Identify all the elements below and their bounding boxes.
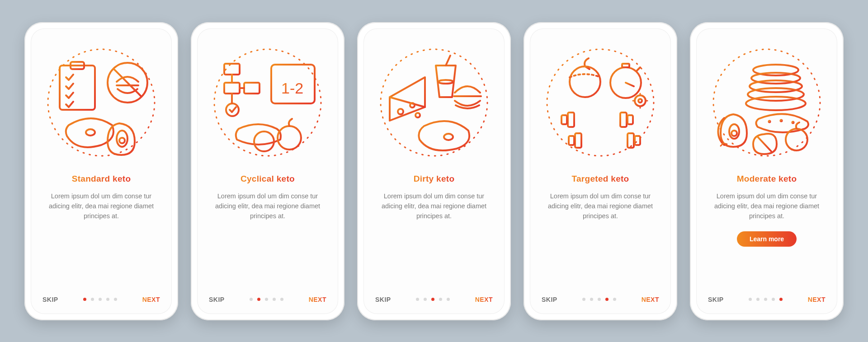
page-dot[interactable] <box>99 298 102 301</box>
skip-button[interactable]: SKIP <box>209 296 225 303</box>
targeted-keto-illustration <box>542 44 659 161</box>
page-dot[interactable] <box>106 298 109 301</box>
svg-point-63 <box>786 129 807 150</box>
page-dot-active[interactable] <box>605 298 609 301</box>
next-button[interactable]: NEXT <box>642 296 659 303</box>
screen-title: Targeted keto <box>571 174 629 184</box>
skip-button[interactable]: SKIP <box>375 296 391 303</box>
svg-rect-44 <box>561 115 567 124</box>
svg-point-57 <box>746 97 806 110</box>
svg-rect-14 <box>224 83 240 94</box>
skip-button[interactable]: SKIP <box>42 296 58 303</box>
svg-rect-15 <box>244 83 259 94</box>
screen-description: Lorem ipsum dol um dim conse tur adicing… <box>377 191 491 221</box>
page-dot[interactable] <box>598 298 601 301</box>
skip-button[interactable]: SKIP <box>708 296 724 303</box>
onboarding-screen: 1-2 Cyclical ketoLorem ipsum dol um dim … <box>197 28 338 314</box>
onboarding-footer: SKIPNEXT <box>209 296 326 303</box>
onboarding-screen: Standard ketoLorem ipsum dol um dim cons… <box>31 28 172 314</box>
phone-mockup-3: Targeted ketoLorem ipsum dol um dim cons… <box>524 22 677 320</box>
page-dot[interactable] <box>416 298 419 301</box>
svg-point-32 <box>444 134 453 140</box>
page-dot[interactable] <box>250 298 253 301</box>
svg-rect-49 <box>569 136 574 145</box>
moderate-keto-illustration <box>708 44 826 161</box>
page-dot[interactable] <box>114 298 117 301</box>
next-button[interactable]: NEXT <box>808 296 826 303</box>
svg-point-29 <box>398 109 403 114</box>
svg-point-61 <box>780 120 782 122</box>
svg-point-59 <box>731 131 737 136</box>
page-dot[interactable] <box>764 298 767 301</box>
svg-line-37 <box>626 83 634 86</box>
svg-point-41 <box>638 99 642 103</box>
page-dot-active[interactable] <box>83 298 86 301</box>
page-indicator <box>250 298 283 301</box>
svg-point-30 <box>410 103 415 108</box>
onboarding-screen: Targeted ketoLorem ipsum dol um dim cons… <box>530 28 671 314</box>
next-button[interactable]: NEXT <box>475 296 493 303</box>
svg-point-40 <box>635 95 646 106</box>
page-dot-active[interactable] <box>779 298 783 301</box>
svg-rect-46 <box>627 115 633 124</box>
screen-title: Cyclical keto <box>241 174 295 184</box>
page-dot-active[interactable] <box>431 298 434 301</box>
page-dot-active[interactable] <box>257 298 260 301</box>
screen-title: Standard keto <box>72 174 131 184</box>
screen-title: Moderate keto <box>737 174 797 184</box>
next-button[interactable]: NEXT <box>142 296 160 303</box>
screen-description: Lorem ipsum dol um dim conse tur adicing… <box>211 191 324 221</box>
svg-rect-38 <box>622 64 629 67</box>
page-dot[interactable] <box>265 298 268 301</box>
phone-mockup-1: 1-2 Cyclical ketoLorem ipsum dol um dim … <box>191 22 344 320</box>
page-dot[interactable] <box>91 298 94 301</box>
svg-text:1-2: 1-2 <box>281 80 303 97</box>
page-dot[interactable] <box>439 298 442 301</box>
svg-rect-51 <box>635 136 640 145</box>
svg-line-39 <box>637 67 640 71</box>
onboarding-footer: SKIPNEXT <box>708 296 826 303</box>
screen-title: Dirty keto <box>414 174 455 184</box>
svg-point-26 <box>381 49 487 156</box>
phone-mockup-row: Standard ketoLorem ipsum dol um dim cons… <box>24 22 844 320</box>
page-dot[interactable] <box>756 298 760 301</box>
page-dot[interactable] <box>273 298 276 301</box>
next-button[interactable]: NEXT <box>309 296 326 303</box>
screen-description: Lorem ipsum dol um dim conse tur adicing… <box>544 191 657 221</box>
svg-point-16 <box>226 103 239 116</box>
cyclical-keto-illustration: 1-2 <box>209 44 326 161</box>
page-dot[interactable] <box>749 298 752 301</box>
phone-mockup-2: Dirty ketoLorem ipsum dol um dim conse t… <box>357 22 511 320</box>
page-dot[interactable] <box>613 298 616 301</box>
page-dot[interactable] <box>280 298 283 301</box>
svg-point-34 <box>570 66 600 97</box>
onboarding-screen: Moderate ketoLorem ipsum dol um dim cons… <box>696 28 837 314</box>
svg-line-27 <box>446 56 450 66</box>
svg-point-31 <box>415 113 420 117</box>
svg-point-62 <box>792 122 794 123</box>
onboarding-footer: SKIPNEXT <box>375 296 493 303</box>
phone-mockup-0: Standard ketoLorem ipsum dol um dim cons… <box>24 22 178 320</box>
page-dot[interactable] <box>424 298 427 301</box>
dirty-keto-illustration <box>375 44 493 161</box>
onboarding-footer: SKIPNEXT <box>542 296 659 303</box>
onboarding-footer: SKIPNEXT <box>42 296 160 303</box>
skip-button[interactable]: SKIP <box>542 296 557 303</box>
onboarding-screen: Dirty ketoLorem ipsum dol um dim conse t… <box>363 28 505 314</box>
page-indicator <box>749 298 783 301</box>
svg-point-11 <box>119 138 125 143</box>
page-indicator <box>582 298 616 301</box>
phone-mockup-4: Moderate ketoLorem ipsum dol um dim cons… <box>690 22 844 320</box>
page-indicator <box>416 298 450 301</box>
svg-point-9 <box>86 129 95 136</box>
page-dot[interactable] <box>590 298 593 301</box>
screen-description: Lorem ipsum dol um dim conse tur adicing… <box>710 191 823 221</box>
svg-point-28 <box>439 80 453 84</box>
page-dot[interactable] <box>447 298 450 301</box>
svg-point-60 <box>769 121 770 122</box>
screen-description: Lorem ipsum dol um dim conse tur adicing… <box>45 191 158 221</box>
page-dot[interactable] <box>582 298 585 301</box>
page-dot[interactable] <box>772 298 775 301</box>
standard-keto-illustration <box>42 44 160 161</box>
learn-more-button[interactable]: Learn more <box>737 231 797 247</box>
